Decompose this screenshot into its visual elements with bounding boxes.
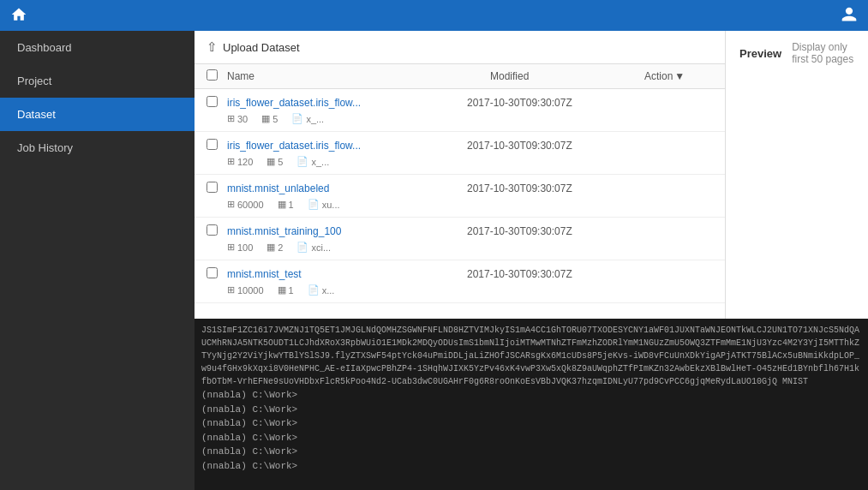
terminal-prompt: (nnabla) C:\Work> [201, 418, 297, 428]
upload-dataset-button[interactable]: ⇧ Upload Dataset [207, 39, 300, 55]
dataset-modified: 2017-10-30T09:30:07Z [467, 225, 621, 237]
dataset-name: mnist.mnist_test [227, 268, 467, 280]
meta-item: ▦1 [278, 199, 294, 210]
terminal-prompt: (nnabla) C:\Work> [201, 390, 297, 400]
header-modified: Modified [490, 70, 644, 82]
terminal-line: (nnabla) C:\Work> [201, 431, 861, 445]
table-icon: ⊞ [227, 156, 235, 167]
row-checkbox[interactable] [207, 224, 218, 236]
dataset-name: iris_flower_dataset.iris_flow... [227, 140, 467, 152]
meta-item: ⊞30 [227, 113, 248, 124]
columns-icon: ▦ [278, 199, 286, 210]
header-action: Action ▼ [644, 70, 713, 82]
dataset-modified: 2017-10-30T09:30:07Z [467, 268, 621, 280]
terminal-prompt: (nnabla) C:\Work> [201, 404, 297, 415]
terminal-line: (nnabla) C:\Work> [201, 388, 861, 403]
columns-icon: ▦ [278, 284, 286, 296]
preview-panel: Preview Display only first 50 pages [726, 31, 868, 319]
meta-item: ▦5 [261, 113, 278, 124]
meta-value: 120 [237, 157, 253, 167]
terminal-panel: JS1SImF1ZC1617JVMZNJ1TQ5ET1JMJGLNdQOMHZS… [195, 319, 868, 490]
columns-icon: ▦ [261, 113, 270, 124]
dataset-row[interactable]: iris_flower_dataset.iris_flow...2017-10-… [195, 132, 725, 175]
columns-icon: ▦ [266, 242, 275, 253]
table-icon: ⊞ [227, 199, 235, 210]
meta-value: x... [322, 285, 335, 296]
meta-item: ▦1 [278, 284, 294, 296]
row-checkbox[interactable] [207, 139, 218, 150]
terminal-prompt: (nnabla) C:\Work> [201, 433, 297, 443]
content-area: ⇧ Upload Dataset Name Modified Action ▼ [195, 31, 868, 490]
user-icon[interactable] [841, 6, 858, 26]
meta-item: 📄xu... [308, 199, 340, 210]
sidebar-item-job-history[interactable]: Job History [0, 131, 195, 164]
terminal-prompt: (nnabla) C:\Work> [201, 446, 297, 457]
select-all-checkbox[interactable] [207, 69, 218, 81]
meta-item: 📄x_... [296, 156, 329, 167]
meta-value: 10000 [237, 285, 264, 296]
dataset-row[interactable]: iris_flower_dataset.iris_flow...2017-10-… [195, 89, 725, 132]
dataset-row[interactable]: mnist.mnist_unlabeled2017-10-30T09:30:07… [195, 175, 725, 218]
preview-header: Preview Display only first 50 pages [739, 41, 854, 65]
meta-item: 📄x_... [291, 113, 324, 124]
meta-value: x_... [311, 157, 329, 167]
toolbar: ⇧ Upload Dataset [195, 31, 725, 64]
meta-value: xu... [322, 200, 340, 210]
meta-item: ⊞120 [227, 156, 253, 167]
action-sort-icon: ▼ [674, 70, 685, 82]
meta-value: 5 [278, 157, 283, 167]
dataset-modified: 2017-10-30T09:30:07Z [467, 97, 621, 109]
header-name: Name [227, 70, 490, 82]
columns-icon: ▦ [266, 156, 275, 167]
meta-item: 📄x... [308, 284, 335, 296]
dataset-name: mnist.mnist_training_100 [227, 225, 467, 237]
table-icon: ⊞ [227, 284, 235, 296]
file-icon: 📄 [308, 284, 320, 296]
terminal-line: (nnabla) C:\Work> [201, 416, 861, 431]
row-checkbox[interactable] [207, 267, 218, 278]
sidebar: Dashboard Project Dataset Job History [0, 31, 195, 490]
dataset-name: mnist.mnist_unlabeled [227, 182, 467, 194]
terminal-prompt: (nnabla) C:\Work> [201, 461, 297, 471]
meta-item: ⊞10000 [227, 284, 264, 296]
sidebar-item-dashboard[interactable]: Dashboard [0, 31, 195, 64]
dataset-modified: 2017-10-30T09:30:07Z [467, 140, 621, 152]
table-icon: ⊞ [227, 242, 235, 253]
meta-value: xci... [311, 242, 331, 253]
meta-value: 30 [237, 114, 248, 124]
terminal-line: (nnabla) C:\Work> [201, 403, 861, 417]
sidebar-item-project[interactable]: Project [0, 64, 195, 98]
meta-item: ▦5 [266, 156, 283, 167]
meta-value: 5 [272, 114, 278, 124]
preview-title: Preview [739, 47, 781, 60]
dataset-list: iris_flower_dataset.iris_flow...2017-10-… [195, 89, 725, 319]
dataset-row[interactable]: mnist.mnist_test2017-10-30T09:30:07Z⊞100… [195, 260, 725, 303]
dataset-modified: 2017-10-30T09:30:07Z [467, 182, 621, 194]
table-header: Name Modified Action ▼ [195, 64, 725, 89]
dataset-panel: ⇧ Upload Dataset Name Modified Action ▼ [195, 31, 726, 319]
dataset-name: iris_flower_dataset.iris_flow... [227, 97, 467, 109]
row-checkbox[interactable] [207, 96, 218, 107]
top-nav [0, 0, 868, 31]
file-icon: 📄 [291, 113, 303, 124]
upload-label: Upload Dataset [223, 41, 300, 54]
dataset-row[interactable]: mnist.mnist_training_1002017-10-30T09:30… [195, 218, 725, 260]
preview-note: Display only first 50 pages [792, 41, 854, 65]
upper-panel: ⇧ Upload Dataset Name Modified Action ▼ [195, 31, 868, 319]
meta-value: 60000 [237, 200, 264, 210]
sidebar-item-dataset[interactable]: Dataset [0, 98, 195, 131]
terminal-line: (nnabla) C:\Work> [201, 459, 861, 474]
meta-value: 1 [289, 285, 294, 296]
row-checkbox[interactable] [207, 182, 218, 193]
meta-item: ▦2 [266, 242, 283, 253]
file-icon: 📄 [308, 199, 320, 210]
meta-item: ⊞100 [227, 242, 253, 253]
meta-value: 2 [278, 242, 283, 253]
header-check [207, 69, 227, 83]
home-icon[interactable] [10, 6, 27, 26]
meta-value: 1 [289, 200, 294, 210]
terminal-line: JS1SImF1ZC1617JVMZNJ1TQ5ET1JMJGLNdQOMHZS… [201, 324, 861, 388]
terminal-line: (nnabla) C:\Work> [201, 445, 861, 459]
main-layout: Dashboard Project Dataset Job History ⇧ … [0, 31, 868, 490]
table-icon: ⊞ [227, 113, 235, 124]
